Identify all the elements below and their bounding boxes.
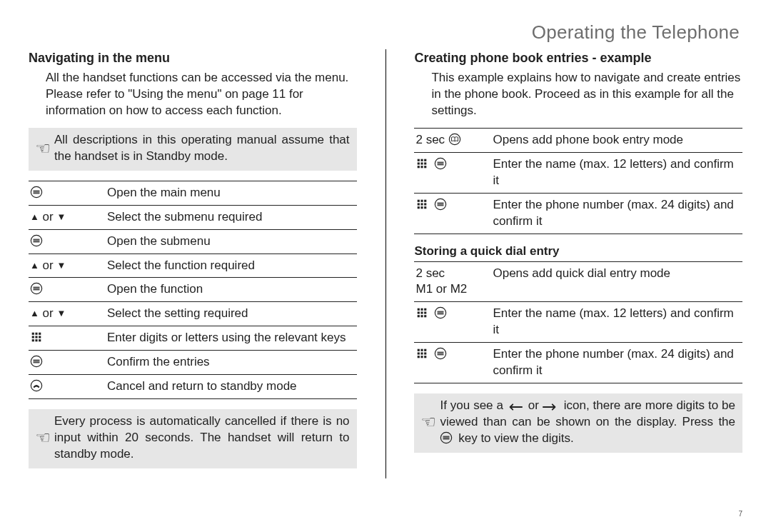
callout-mid: or <box>528 398 543 412</box>
table-row: 2 sec Opens add phone book entry mode <box>414 128 742 152</box>
menu-key-icon <box>30 355 43 368</box>
table-row: ▲ or ▼Select the submenu required <box>29 205 357 229</box>
step-key <box>414 152 491 193</box>
step-desc: Select the submenu required <box>106 205 357 229</box>
right-subheading: Storing a quick dial entry <box>414 244 742 259</box>
right-intro: This example explains how to navigate an… <box>431 70 742 119</box>
menu-key-icon <box>434 157 447 170</box>
column-divider <box>386 49 386 478</box>
table-row: Open the submenu <box>29 229 357 254</box>
phonebook-key-icon <box>448 133 461 146</box>
step-desc: Enter the phone number (max. 24 digits) … <box>491 193 742 234</box>
step-key <box>29 375 106 399</box>
right-steps1-table: 2 sec Opens add phone book entry mode En… <box>414 128 742 234</box>
step-desc: Select the function required <box>106 254 357 278</box>
step-key <box>29 351 106 375</box>
step-key <box>414 302 491 343</box>
step-key <box>29 326 106 351</box>
step-key: ▲ or ▼ <box>29 205 106 229</box>
hangup-key-icon <box>30 379 43 392</box>
right-heading: Creating phone book entries - example <box>414 51 742 66</box>
callout-post2: key to view the digits. <box>458 431 574 445</box>
menu-key-icon <box>30 186 43 199</box>
table-row: Cancel and return to standby mode <box>29 375 357 399</box>
table-row: Enter the phone number (max. 24 digits) … <box>414 343 742 383</box>
page-title: Operating the Telephone <box>29 21 742 44</box>
step-key <box>414 193 491 234</box>
pointing-hand-icon: ☞ <box>417 411 440 433</box>
table-row: ▲ or ▼Select the function required <box>29 254 357 278</box>
step-key: 2 sec <box>414 128 491 152</box>
step-desc: Enter the name (max. 12 letters) and con… <box>491 152 742 193</box>
step-desc: Opens add quick dial entry mode <box>491 261 742 302</box>
table-row: Enter the name (max. 12 letters) and con… <box>414 152 742 193</box>
left-callout-1-text: All descriptions in this operating manua… <box>54 132 350 165</box>
table-row: ▲ or ▼Select the setting required <box>29 302 357 326</box>
step-key: ▲ or ▼ <box>29 254 106 278</box>
menu-key-icon <box>434 347 447 360</box>
right-steps2-table: 2 secM1 or M2Opens add quick dial entry … <box>414 261 742 384</box>
keypad-icon <box>30 331 43 343</box>
up-arrow-icon: ▲ <box>30 308 39 318</box>
table-row: Enter the name (max. 12 letters) and con… <box>414 302 742 343</box>
down-arrow-icon: ▼ <box>56 260 66 271</box>
arrow-forward-icon <box>543 403 558 411</box>
menu-key-icon <box>434 306 447 319</box>
menu-key-icon <box>30 234 43 247</box>
step-key: 2 secM1 or M2 <box>414 261 491 302</box>
table-row: 2 secM1 or M2Opens add quick dial entry … <box>414 261 742 302</box>
keypad-icon <box>415 306 428 319</box>
right-callout: ☞ If you see a or icon, there are more d… <box>414 393 742 453</box>
step-desc: Select the setting required <box>106 302 357 326</box>
step-key <box>29 278 106 302</box>
step-desc: Cancel and return to standby mode <box>106 375 357 399</box>
left-column: Navigating in the menu All the handset f… <box>29 46 357 478</box>
step-key <box>29 229 106 254</box>
page-number: 7 <box>738 510 742 518</box>
step-desc: Open the function <box>106 278 357 302</box>
table-row: Open the function <box>29 278 357 302</box>
pointing-hand-icon: ☞ <box>31 426 54 449</box>
arrow-back-icon <box>507 403 523 411</box>
step-desc: Open the submenu <box>106 229 357 254</box>
step-key <box>29 181 106 205</box>
menu-key-icon <box>30 282 43 295</box>
left-steps-table: Open the main menu▲ or ▼Select the subme… <box>29 181 357 399</box>
step-desc: Opens add phone book entry mode <box>491 128 742 152</box>
table-row: Enter digits or letters using the releva… <box>29 326 357 351</box>
menu-key-icon <box>440 431 453 444</box>
left-callout-1: ☞ All descriptions in this operating man… <box>29 128 357 171</box>
callout-pre: If you see a <box>440 398 506 412</box>
right-callout-text: If you see a or icon, there are more dig… <box>440 398 735 447</box>
down-arrow-icon: ▼ <box>56 308 66 318</box>
table-row: Open the main menu <box>29 181 357 205</box>
table-row: Confirm the entries <box>29 351 357 375</box>
left-callout-2-text: Every process is automatically cancelled… <box>54 413 350 463</box>
menu-key-icon <box>434 198 447 211</box>
step-desc: Enter the name (max. 12 letters) and con… <box>491 302 742 343</box>
step-key <box>414 343 491 383</box>
keypad-icon <box>415 347 428 360</box>
down-arrow-icon: ▼ <box>56 211 66 222</box>
step-key: ▲ or ▼ <box>29 302 106 326</box>
left-callout-2: ☞ Every process is automatically cancell… <box>29 409 357 468</box>
keypad-icon <box>415 198 428 211</box>
keypad-icon <box>415 157 428 170</box>
left-intro: All the handset functions can be accesse… <box>46 70 357 119</box>
up-arrow-icon: ▲ <box>30 211 39 222</box>
step-desc: Confirm the entries <box>106 351 357 375</box>
right-column: Creating phone book entries - example Th… <box>414 46 742 478</box>
step-desc: Enter digits or letters using the releva… <box>106 326 357 351</box>
up-arrow-icon: ▲ <box>30 260 39 271</box>
step-desc: Open the main menu <box>106 181 357 205</box>
left-heading: Navigating in the menu <box>29 51 357 66</box>
table-row: Enter the phone number (max. 24 digits) … <box>414 193 742 234</box>
pointing-hand-icon: ☞ <box>31 137 54 160</box>
step-desc: Enter the phone number (max. 24 digits) … <box>491 343 742 383</box>
